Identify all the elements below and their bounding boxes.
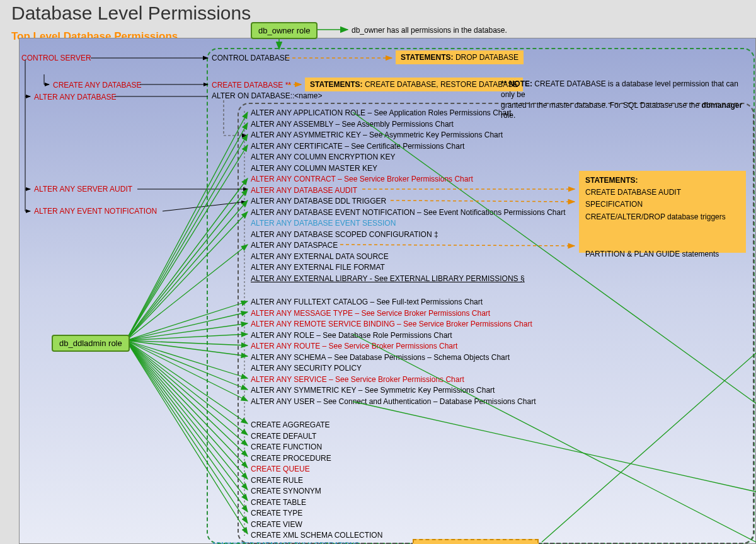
- create-perm-1: CREATE DEFAULT: [251, 432, 316, 441]
- create-perm-3: CREATE PROCEDURE: [251, 454, 331, 463]
- alter-perm-7: ALTER ANY DATABASE AUDIT: [251, 186, 357, 195]
- db-owner-note: db_owner has all permissions in the data…: [352, 26, 507, 35]
- perm-create-database: CREATE DATABASE **: [212, 81, 291, 90]
- create-perm-4: CREATE QUEUE: [251, 465, 310, 473]
- alter-perm-14: ALTER ANY EXTERNAL FILE FORMAT: [251, 263, 385, 272]
- create-perm-5: CREATE RULE: [251, 476, 303, 485]
- alter2-perm-1: ALTER ANY MESSAGE TYPE – See Service Bro…: [251, 309, 490, 318]
- alter-perm-8: ALTER ANY DATABASE DDL TRIGGER: [251, 197, 386, 205]
- alter2-perm-0: ALTER ANY FULLTEXT CATALOG – See Full-te…: [251, 298, 483, 306]
- alter2-perm-5: ALTER ANY SCHEMA – See Database Permissi…: [251, 353, 510, 362]
- note-create-database: ** NOTE: CREATE DATABASE is a database l…: [501, 79, 753, 121]
- alter-perm-9: ALTER ANY DATABASE EVENT NOTIFICATION – …: [251, 208, 566, 217]
- alter2-perm-2: ALTER ANY REMOTE SERVICE BINDING – See S…: [251, 320, 532, 328]
- create-perm-6: CREATE SYNONYM: [251, 487, 321, 495]
- perm-admin-bulk: ADMINISTER DATABASE BULK OPERATIONS: [212, 541, 359, 544]
- stmt-bottom-box: STATEMENTS:: [413, 539, 539, 544]
- alter2-perm-4: ALTER ANY ROUTE – See Service Broker Per…: [251, 342, 457, 350]
- perm-control-server: CONTROL SERVER: [21, 54, 91, 62]
- create-perm-10: CREATE XML SCHEMA COLLECTION: [251, 531, 382, 540]
- alter2-perm-3: ALTER ANY ROLE – See Database Role Permi…: [251, 331, 452, 340]
- create-perm-2: CREATE FUNCTION: [251, 443, 322, 451]
- alter-perm-11: ALTER ANY DATABASE SCOPED CONFIGURATION …: [251, 230, 438, 239]
- create-perm-0: CREATE AGGREGATE: [251, 420, 330, 429]
- alter-perm-0: ALTER ANY APPLICATION ROLE – See Applica…: [251, 108, 512, 117]
- stmt-right-box: STATEMENTS: CREATE DATABASE AUDIT SPECIF…: [579, 171, 746, 253]
- perm-alter-any-database: ALTER ANY DATABASE: [34, 93, 117, 101]
- alter-perm-13: ALTER ANY EXTERNAL DATA SOURCE: [251, 252, 389, 261]
- alter-perm-12: ALTER ANY DATASPACE: [251, 241, 338, 250]
- db-owner-role-badge: db_owner role: [251, 22, 318, 39]
- alter-perm-1: ALTER ANY ASSEMBLY – See Assembly Permis…: [251, 120, 454, 129]
- perm-alter-on-database: ALTER ON DATABASE::<name>: [212, 91, 322, 100]
- alter-perm-4: ALTER ANY COLUMN ENCRYPTION KEY: [251, 153, 395, 161]
- alter-perm-2: ALTER ANY ASYMMETRIC KEY – See Asymmetri…: [251, 130, 503, 139]
- alter2-perm-8: ALTER ANY SYMMETRIC KEY – See Symmetric …: [251, 386, 495, 395]
- alter-perm-6: ALTER ANY CONTRACT – See Service Broker …: [251, 175, 473, 183]
- perm-create-any-database: CREATE ANY DATABASE: [53, 81, 141, 90]
- alter2-perm-6: ALTER ANY SECURITY POLICY: [251, 364, 362, 373]
- perm-alter-any-server-audit: ALTER ANY SERVER AUDIT: [34, 185, 132, 194]
- alter-perm-15: ALTER ANY EXTERNAL LIBRARY - See EXTERNA…: [251, 274, 525, 283]
- create-perm-9: CREATE VIEW: [251, 520, 302, 529]
- create-perm-7: CREATE TABLE: [251, 498, 306, 507]
- perm-control-database: CONTROL DATABASE: [212, 54, 290, 62]
- alter-perm-3: ALTER ANY CERTIFICATE – See Certificate …: [251, 142, 464, 151]
- db-ddladmin-role-badge: db_ddladmin role: [52, 335, 130, 352]
- stmt-create-database: STATEMENTS: CREATE DATABASE, RESTORE DAT…: [305, 78, 523, 91]
- alter-perm-5: ALTER ANY COLUMN MASTER KEY: [251, 164, 377, 173]
- stmt-drop-database: STATEMENTS: DROP DATABASE: [396, 50, 524, 64]
- alter2-perm-7: ALTER ANY SERVICE – See Service Broker P…: [251, 375, 464, 384]
- page-title: Database Level Permissions: [11, 3, 251, 24]
- alter-perm-10: ALTER ANY DATABASE EVENT SESSION: [251, 219, 396, 228]
- alter2-perm-9: ALTER ANY USER – See Connect and Authent…: [251, 397, 536, 406]
- perm-alter-any-event-notification: ALTER ANY EVENT NOTIFICATION: [34, 207, 157, 216]
- create-perm-8: CREATE TYPE: [251, 509, 302, 518]
